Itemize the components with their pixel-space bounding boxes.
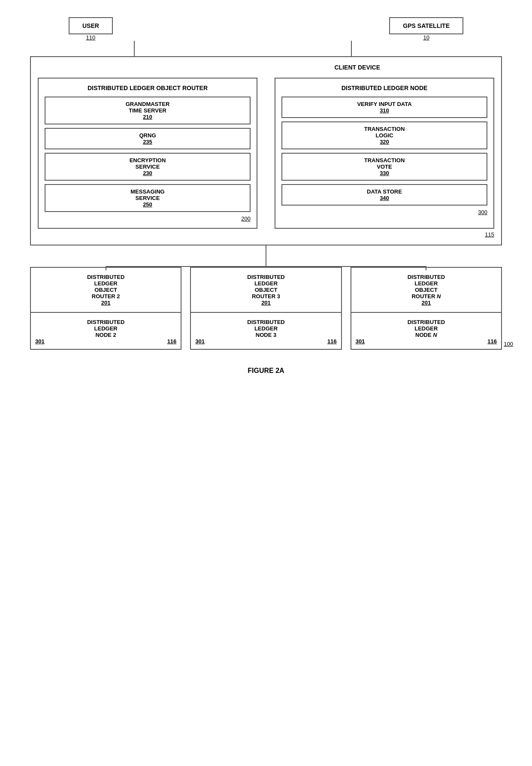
top-entities-row: USER 110 GPS SATELLITE 10 xyxy=(30,17,502,41)
top-connectors xyxy=(30,41,502,56)
gps-connector-line xyxy=(351,41,352,56)
bottom-unit-2-lower: DISTRIBUTEDLEDGERNODE 3 301 116 xyxy=(191,313,341,349)
user-ref: 110 xyxy=(69,34,113,41)
bottom-unit-2-lower-label: DISTRIBUTEDLEDGERNODE 3 xyxy=(195,319,336,338)
grandmaster-label: GRANDMASTERTIME SERVER xyxy=(126,101,170,114)
bottom-unit-1-outer-ref: 116 xyxy=(167,338,177,345)
bottom-unit-3: DISTRIBUTEDLEDGEROBJECTROUTER N 201 DIST… xyxy=(351,267,502,350)
bottom-unit-1-upper-ref: 201 xyxy=(35,300,176,306)
verify-label: VERIFY INPUT DATA xyxy=(357,101,411,107)
verify-input-box: VERIFY INPUT DATA 310 xyxy=(281,97,487,118)
qrng-ref: 235 xyxy=(50,139,245,145)
tx-logic-ref: 320 xyxy=(287,139,482,145)
dlor-ref: 200 xyxy=(241,215,251,222)
dlor-box: DISTRIBUTED LEDGER OBJECT ROUTER GRANDMA… xyxy=(38,78,257,229)
dln-title: DISTRIBUTED LEDGER NODE xyxy=(281,85,487,91)
bottom-unit-3-lower-label: DISTRIBUTEDLEDGERNODE N xyxy=(356,319,497,338)
bottom-unit-3-refs: 301 116 xyxy=(356,338,497,345)
center-drop-line xyxy=(266,245,266,250)
dln-box: DISTRIBUTED LEDGER NODE VERIFY INPUT DAT… xyxy=(275,78,494,229)
100-ref-label: 100 xyxy=(504,341,513,347)
main-system-box: CLIENT DEVICE DISTRIBUTED LEDGER OBJECT … xyxy=(30,56,502,245)
bottom-unit-1: DISTRIBUTEDLEDGEROBJECTROUTER 2 201 DIST… xyxy=(30,267,181,350)
bottom-unit-2-upper-ref: 201 xyxy=(195,300,336,306)
bottom-unit-1-lower-label: DISTRIBUTEDLEDGERNODE 2 xyxy=(35,319,176,338)
messaging-label: MESSAGINGSERVICE xyxy=(130,188,164,201)
data-store-box: DATA STORE 340 xyxy=(281,184,487,206)
encryption-label: ENCRYPTIONSERVICE xyxy=(130,157,166,170)
bottom-unit-3-outer-ref: 116 xyxy=(487,338,497,345)
bottom-unit-1-refs: 301 116 xyxy=(35,338,176,345)
grandmaster-ref: 210 xyxy=(50,114,245,120)
bottom-unit-1-upper-label: DISTRIBUTEDLEDGEROBJECTROUTER 2 xyxy=(35,274,176,300)
user-box: USER xyxy=(69,17,113,34)
data-store-ref: 340 xyxy=(287,195,482,201)
data-store-label: DATA STORE xyxy=(367,188,402,195)
user-label: USER xyxy=(82,22,99,29)
figure-caption: FIGURE 2A xyxy=(30,367,502,375)
bottom-unit-1-lower: DISTRIBUTEDLEDGERNODE 2 301 116 xyxy=(31,313,181,349)
gps-ref: 10 xyxy=(389,34,463,41)
bottom-unit-2-upper-label: DISTRIBUTEDLEDGEROBJECTROUTER 3 xyxy=(195,274,336,300)
bottom-unit-3-lower: DISTRIBUTEDLEDGERNODE N 301 116 xyxy=(351,313,501,349)
bottom-unit-2-refs: 301 116 xyxy=(195,338,336,345)
tx-vote-label: TRANSACTIONVOTE xyxy=(364,157,405,170)
bottom-unit-2-outer-ref: 116 xyxy=(327,338,337,345)
encryption-ref: 230 xyxy=(50,170,245,176)
gps-entity: GPS SATELLITE 10 xyxy=(389,17,463,41)
user-connector-line xyxy=(134,41,135,56)
user-entity: USER 110 xyxy=(69,17,113,41)
system-outer-ref: 100 xyxy=(504,341,513,347)
tx-vote-ref: 330 xyxy=(287,170,482,176)
bottom-connectors-area xyxy=(30,245,502,267)
dlor-ref-area: 200 xyxy=(45,215,251,222)
bottom-unit-2: DISTRIBUTEDLEDGEROBJECTROUTER 3 201 DIST… xyxy=(190,267,342,350)
bottom-unit-2-lower-ref: 301 xyxy=(195,338,205,345)
outer-115-ref: 115 xyxy=(38,231,494,238)
left-drop-line xyxy=(106,266,106,270)
bottom-unit-3-upper: DISTRIBUTEDLEDGEROBJECTROUTER N 201 xyxy=(351,268,501,313)
bottom-unit-3-upper-ref: 201 xyxy=(356,300,497,306)
inner-row: DISTRIBUTED LEDGER OBJECT ROUTER GRANDMA… xyxy=(38,78,494,229)
messaging-service-box: MESSAGINGSERVICE 250 xyxy=(45,184,251,212)
grandmaster-time-server-box: GRANDMASTERTIME SERVER 210 xyxy=(45,97,251,124)
bottom-unit-3-lower-ref: 301 xyxy=(356,338,365,345)
client-device-label: CLIENT DEVICE xyxy=(221,64,494,71)
verify-ref: 310 xyxy=(287,107,482,114)
bottom-unit-1-lower-ref: 301 xyxy=(35,338,45,345)
qrng-box: QRNG 235 xyxy=(45,128,251,149)
tx-logic-label: TRANSACTIONLOGIC xyxy=(364,126,405,139)
bottom-unit-2-upper: DISTRIBUTEDLEDGEROBJECTROUTER 3 201 xyxy=(191,268,341,313)
bottom-unit-3-upper-label: DISTRIBUTEDLEDGEROBJECTROUTER N xyxy=(356,274,497,300)
115-ref: 115 xyxy=(485,231,494,238)
gps-box: GPS SATELLITE xyxy=(389,17,463,34)
diagram-wrapper: USER 110 GPS SATELLITE 10 CLIENT DEVICE … xyxy=(30,17,502,375)
encryption-service-box: ENCRYPTIONSERVICE 230 xyxy=(45,153,251,181)
messaging-ref: 250 xyxy=(50,201,245,208)
dlor-title: DISTRIBUTED LEDGER OBJECT ROUTER xyxy=(45,85,251,91)
transaction-vote-box: TRANSACTIONVOTE 330 xyxy=(281,153,487,181)
bottom-row: DISTRIBUTEDLEDGEROBJECTROUTER 2 201 DIST… xyxy=(30,267,502,350)
dln-ref: 300 xyxy=(478,209,487,215)
transaction-logic-box: TRANSACTIONLOGIC 320 xyxy=(281,121,487,149)
gps-label: GPS SATELLITE xyxy=(403,22,450,29)
bottom-unit-1-upper: DISTRIBUTEDLEDGEROBJECTROUTER 2 201 xyxy=(31,268,181,313)
qrng-label: QRNG xyxy=(139,132,156,139)
dln-ref-area: 300 xyxy=(281,209,487,215)
